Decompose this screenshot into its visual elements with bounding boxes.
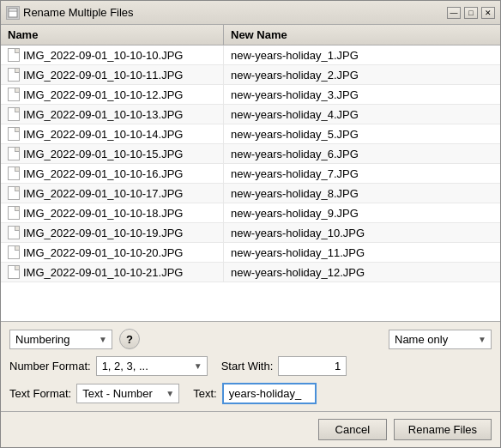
number-format-select[interactable]: 1, 2, 3, ... 01, 02, 03, ... 001, 002, 0… xyxy=(96,356,208,376)
file-name-cell: IMG_2022-09-01_10-10-10.JPG xyxy=(1,45,224,64)
file-new-name-cell: new-years-holiday_1.JPG xyxy=(224,45,500,64)
controls-row-3: Text Format: Text - Number Number - Text… xyxy=(9,383,492,404)
file-name-cell: IMG_2022-09-01_10-10-14.JPG xyxy=(1,124,224,143)
file-new-name-cell: new-years-holiday_6.JPG xyxy=(224,144,500,163)
table-row[interactable]: IMG_2022-09-01_10-10-19.JPGnew-years-hol… xyxy=(1,223,500,243)
text-field-input[interactable] xyxy=(222,383,317,404)
file-new-name-cell: new-years-holiday_9.JPG xyxy=(224,203,500,222)
file-list-container[interactable]: Name New Name IMG_2022-09-01_10-10-10.JP… xyxy=(1,25,500,322)
titlebar-left: Rename Multiple Files xyxy=(6,6,134,20)
text-format-select-wrapper[interactable]: Text - Number Number - Text Text only Nu… xyxy=(76,384,179,403)
file-name: IMG_2022-09-01_10-10-18.JPG xyxy=(23,207,183,220)
file-name: IMG_2022-09-01_10-10-20.JPG xyxy=(23,246,183,259)
mode-select-wrapper[interactable]: Numbering Alphabetical Date ▼ xyxy=(9,330,112,349)
file-icon xyxy=(8,245,20,259)
text-field-group: Text: xyxy=(193,383,316,404)
file-icon xyxy=(8,265,20,279)
file-icon xyxy=(8,68,20,82)
file-name-cell: IMG_2022-09-01_10-10-11.JPG xyxy=(1,65,224,84)
table-row[interactable]: IMG_2022-09-01_10-10-14.JPGnew-years-hol… xyxy=(1,124,500,144)
table-row[interactable]: IMG_2022-09-01_10-10-12.JPGnew-years-hol… xyxy=(1,85,500,105)
text-field-label: Text: xyxy=(193,387,216,400)
column-header-name: Name xyxy=(1,25,224,45)
file-name: IMG_2022-09-01_10-10-13.JPG xyxy=(23,108,183,121)
controls-row-1: Numbering Alphabetical Date ▼ ? Name onl… xyxy=(9,329,492,349)
file-list-header: Name New Name xyxy=(1,25,500,45)
window-icon xyxy=(6,6,20,20)
file-name-cell: IMG_2022-09-01_10-10-18.JPG xyxy=(1,203,224,222)
table-row[interactable]: IMG_2022-09-01_10-10-16.JPGnew-years-hol… xyxy=(1,164,500,184)
svg-rect-0 xyxy=(9,9,17,17)
file-new-name-cell: new-years-holiday_7.JPG xyxy=(224,164,500,183)
text-format-group: Text Format: Text - Number Number - Text… xyxy=(9,384,179,403)
name-scope-select[interactable]: Name only Full name Extension only xyxy=(389,330,492,349)
file-name-cell: IMG_2022-09-01_10-10-12.JPG xyxy=(1,85,224,104)
file-icon xyxy=(8,166,20,180)
close-button[interactable]: ✕ xyxy=(481,7,495,19)
rename-multiple-files-window: Rename Multiple Files — □ ✕ Name New Nam… xyxy=(0,0,501,448)
file-name: IMG_2022-09-01_10-10-17.JPG xyxy=(23,187,183,200)
start-with-label: Start With: xyxy=(221,360,274,372)
file-name: IMG_2022-09-01_10-10-19.JPG xyxy=(23,227,183,239)
titlebar-controls: — □ ✕ xyxy=(447,7,495,19)
file-new-name-cell: new-years-holiday_12.JPG xyxy=(224,263,500,282)
table-row[interactable]: IMG_2022-09-01_10-10-10.JPGnew-years-hol… xyxy=(1,45,500,65)
table-row[interactable]: IMG_2022-09-01_10-10-18.JPGnew-years-hol… xyxy=(1,203,500,223)
file-new-name-cell: new-years-holiday_10.JPG xyxy=(224,223,500,242)
name-scope-select-wrapper[interactable]: Name only Full name Extension only ▼ xyxy=(389,330,492,349)
start-with-input[interactable] xyxy=(278,356,347,376)
table-row[interactable]: IMG_2022-09-01_10-10-17.JPGnew-years-hol… xyxy=(1,184,500,203)
file-icon xyxy=(8,226,20,239)
help-button[interactable]: ? xyxy=(119,329,140,349)
file-name-cell: IMG_2022-09-01_10-10-15.JPG xyxy=(1,144,224,163)
table-row[interactable]: IMG_2022-09-01_10-10-21.JPGnew-years-hol… xyxy=(1,263,500,282)
file-icon xyxy=(8,127,20,141)
rename-files-button[interactable]: Rename Files xyxy=(394,419,492,440)
file-new-name-cell: new-years-holiday_8.JPG xyxy=(224,184,500,203)
file-name: IMG_2022-09-01_10-10-16.JPG xyxy=(23,167,183,180)
window-title: Rename Multiple Files xyxy=(23,6,134,19)
file-rows: IMG_2022-09-01_10-10-10.JPGnew-years-hol… xyxy=(1,45,500,282)
number-format-label: Number Format: xyxy=(9,360,91,372)
file-icon xyxy=(8,206,20,220)
table-row[interactable]: IMG_2022-09-01_10-10-20.JPGnew-years-hol… xyxy=(1,243,500,263)
file-name-cell: IMG_2022-09-01_10-10-21.JPG xyxy=(1,263,224,282)
column-header-new-name: New Name xyxy=(224,25,500,45)
file-name-cell: IMG_2022-09-01_10-10-13.JPG xyxy=(1,105,224,124)
titlebar: Rename Multiple Files — □ ✕ xyxy=(1,1,500,25)
file-name: IMG_2022-09-01_10-10-10.JPG xyxy=(23,49,183,62)
controls-section: Numbering Alphabetical Date ▼ ? Name onl… xyxy=(1,322,500,412)
file-new-name-cell: new-years-holiday_5.JPG xyxy=(224,124,500,143)
table-row[interactable]: IMG_2022-09-01_10-10-15.JPGnew-years-hol… xyxy=(1,144,500,164)
file-new-name-cell: new-years-holiday_3.JPG xyxy=(224,85,500,104)
table-row[interactable]: IMG_2022-09-01_10-10-13.JPGnew-years-hol… xyxy=(1,105,500,124)
number-format-select-wrapper[interactable]: 1, 2, 3, ... 01, 02, 03, ... 001, 002, 0… xyxy=(96,356,208,376)
file-name-cell: IMG_2022-09-01_10-10-20.JPG xyxy=(1,243,224,262)
file-name: IMG_2022-09-01_10-10-15.JPG xyxy=(23,148,183,160)
text-format-label: Text Format: xyxy=(9,387,71,400)
file-icon xyxy=(8,88,20,101)
file-name: IMG_2022-09-01_10-10-11.JPG xyxy=(23,69,183,82)
file-name: IMG_2022-09-01_10-10-12.JPG xyxy=(23,88,183,101)
file-name-cell: IMG_2022-09-01_10-10-17.JPG xyxy=(1,184,224,203)
file-new-name-cell: new-years-holiday_11.JPG xyxy=(224,243,500,262)
mode-select[interactable]: Numbering Alphabetical Date xyxy=(9,330,112,349)
file-icon xyxy=(8,147,20,160)
file-new-name-cell: new-years-holiday_2.JPG xyxy=(224,65,500,84)
maximize-button[interactable]: □ xyxy=(464,7,478,19)
controls-row-2: Number Format: 1, 2, 3, ... 01, 02, 03, … xyxy=(9,356,492,376)
minimize-button[interactable]: — xyxy=(447,7,461,19)
file-name-cell: IMG_2022-09-01_10-10-16.JPG xyxy=(1,164,224,183)
file-icon xyxy=(8,48,20,62)
number-format-group: Number Format: 1, 2, 3, ... 01, 02, 03, … xyxy=(9,356,208,376)
file-name: IMG_2022-09-01_10-10-14.JPG xyxy=(23,128,183,141)
text-format-select[interactable]: Text - Number Number - Text Text only Nu… xyxy=(76,384,179,403)
file-icon xyxy=(8,186,20,200)
cancel-button[interactable]: Cancel xyxy=(318,419,387,440)
table-row[interactable]: IMG_2022-09-01_10-10-11.JPGnew-years-hol… xyxy=(1,65,500,85)
actions-row: Cancel Rename Files xyxy=(1,412,500,447)
file-new-name-cell: new-years-holiday_4.JPG xyxy=(224,105,500,124)
start-with-group: Start With: xyxy=(221,356,347,376)
file-name-cell: IMG_2022-09-01_10-10-19.JPG xyxy=(1,223,224,242)
file-name: IMG_2022-09-01_10-10-21.JPG xyxy=(23,266,183,279)
